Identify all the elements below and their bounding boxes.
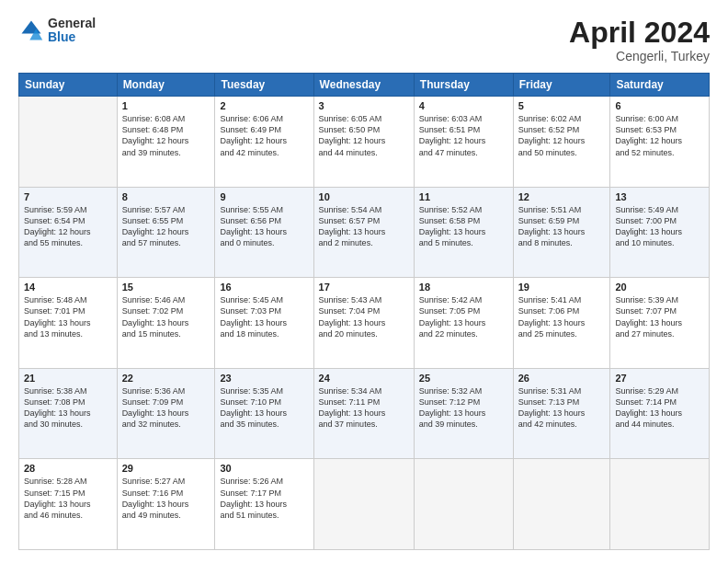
logo-text: General Blue <box>48 17 96 45</box>
cell-date: 16 <box>220 282 308 293</box>
cell-date: 23 <box>220 373 308 384</box>
table-cell: 6Sunrise: 6:00 AM Sunset: 6:53 PM Daylig… <box>610 97 710 188</box>
table-cell <box>513 459 610 550</box>
cell-info: Sunrise: 5:54 AM Sunset: 6:57 PM Dayligh… <box>319 204 409 249</box>
table-cell: 19Sunrise: 5:41 AM Sunset: 7:06 PM Dayli… <box>513 278 610 369</box>
cell-info: Sunrise: 5:48 AM Sunset: 7:01 PM Dayligh… <box>24 294 112 339</box>
cell-info: Sunrise: 5:36 AM Sunset: 7:09 PM Dayligh… <box>122 385 210 431</box>
cell-info: Sunrise: 5:52 AM Sunset: 6:58 PM Dayligh… <box>419 204 508 249</box>
cell-info: Sunrise: 5:26 AM Sunset: 7:17 PM Dayligh… <box>220 476 308 521</box>
cell-date: 27 <box>615 373 704 384</box>
logo: General Blue <box>18 17 96 45</box>
cell-info: Sunrise: 5:38 AM Sunset: 7:08 PM Dayligh… <box>24 385 112 431</box>
table-cell <box>610 459 710 550</box>
table-cell: 18Sunrise: 5:42 AM Sunset: 7:05 PM Dayli… <box>414 278 513 369</box>
cell-info: Sunrise: 5:49 AM Sunset: 7:00 PM Dayligh… <box>615 204 704 249</box>
table-cell: 22Sunrise: 5:36 AM Sunset: 7:09 PM Dayli… <box>117 368 215 459</box>
logo-general: General <box>48 17 96 30</box>
cell-date: 20 <box>615 282 704 293</box>
table-cell: 23Sunrise: 5:35 AM Sunset: 7:10 PM Dayli… <box>215 368 313 459</box>
table-cell: 1Sunrise: 6:08 AM Sunset: 6:48 PM Daylig… <box>117 97 215 188</box>
cell-date: 7 <box>24 191 112 202</box>
table-row: 28Sunrise: 5:28 AM Sunset: 7:15 PM Dayli… <box>19 459 710 550</box>
cell-info: Sunrise: 5:35 AM Sunset: 7:10 PM Dayligh… <box>220 385 308 431</box>
title-section: April 2024 Cengerli, Turkey <box>569 17 710 63</box>
cell-info: Sunrise: 5:43 AM Sunset: 7:04 PM Dayligh… <box>319 294 409 339</box>
table-cell: 29Sunrise: 5:27 AM Sunset: 7:16 PM Dayli… <box>117 459 215 550</box>
cell-date: 11 <box>419 191 508 202</box>
cell-date: 19 <box>518 282 606 293</box>
cell-date: 13 <box>615 191 704 202</box>
table-cell: 11Sunrise: 5:52 AM Sunset: 6:58 PM Dayli… <box>414 187 513 278</box>
col-friday: Friday <box>513 74 610 97</box>
table-cell <box>414 459 513 550</box>
table-cell: 30Sunrise: 5:26 AM Sunset: 7:17 PM Dayli… <box>215 459 313 550</box>
table-cell: 4Sunrise: 6:03 AM Sunset: 6:51 PM Daylig… <box>414 97 513 188</box>
table-cell: 21Sunrise: 5:38 AM Sunset: 7:08 PM Dayli… <box>19 368 118 459</box>
cell-date: 6 <box>615 100 704 111</box>
cell-date: 4 <box>419 100 508 111</box>
cell-date: 29 <box>122 463 210 474</box>
table-cell: 2Sunrise: 6:06 AM Sunset: 6:49 PM Daylig… <box>215 97 313 188</box>
cell-info: Sunrise: 5:29 AM Sunset: 7:14 PM Dayligh… <box>615 385 704 431</box>
header-row: Sunday Monday Tuesday Wednesday Thursday… <box>19 74 710 97</box>
table-row: 21Sunrise: 5:38 AM Sunset: 7:08 PM Dayli… <box>19 368 710 459</box>
cell-info: Sunrise: 6:05 AM Sunset: 6:50 PM Dayligh… <box>319 113 409 158</box>
cell-date: 26 <box>518 373 606 384</box>
cell-info: Sunrise: 5:28 AM Sunset: 7:15 PM Dayligh… <box>24 476 112 521</box>
cell-info: Sunrise: 5:55 AM Sunset: 6:56 PM Dayligh… <box>220 204 308 249</box>
table-cell: 14Sunrise: 5:48 AM Sunset: 7:01 PM Dayli… <box>19 278 118 369</box>
cell-info: Sunrise: 6:03 AM Sunset: 6:51 PM Dayligh… <box>419 113 508 158</box>
table-cell: 3Sunrise: 6:05 AM Sunset: 6:50 PM Daylig… <box>313 97 414 188</box>
cell-info: Sunrise: 5:42 AM Sunset: 7:05 PM Dayligh… <box>419 294 508 339</box>
cell-info: Sunrise: 5:41 AM Sunset: 7:06 PM Dayligh… <box>518 294 606 339</box>
table-cell: 8Sunrise: 5:57 AM Sunset: 6:55 PM Daylig… <box>117 187 215 278</box>
table-cell: 24Sunrise: 5:34 AM Sunset: 7:11 PM Dayli… <box>313 368 414 459</box>
col-saturday: Saturday <box>610 74 710 97</box>
cell-info: Sunrise: 6:06 AM Sunset: 6:49 PM Dayligh… <box>220 113 308 158</box>
cell-date: 25 <box>419 373 508 384</box>
cell-date: 30 <box>220 463 308 474</box>
cell-info: Sunrise: 5:39 AM Sunset: 7:07 PM Dayligh… <box>615 294 704 339</box>
calendar-table: Sunday Monday Tuesday Wednesday Thursday… <box>18 73 710 550</box>
cell-date: 22 <box>122 373 210 384</box>
cell-info: Sunrise: 5:46 AM Sunset: 7:02 PM Dayligh… <box>122 294 210 339</box>
logo-blue: Blue <box>48 30 96 44</box>
cell-info: Sunrise: 5:45 AM Sunset: 7:03 PM Dayligh… <box>220 294 308 339</box>
cell-date: 14 <box>24 282 112 293</box>
cell-date: 17 <box>319 282 409 293</box>
table-cell <box>313 459 414 550</box>
table-row: 7Sunrise: 5:59 AM Sunset: 6:54 PM Daylig… <box>19 187 710 278</box>
cell-date: 10 <box>319 191 409 202</box>
col-monday: Monday <box>117 74 215 97</box>
table-cell: 26Sunrise: 5:31 AM Sunset: 7:13 PM Dayli… <box>513 368 610 459</box>
cell-date: 9 <box>220 191 308 202</box>
col-wednesday: Wednesday <box>313 74 414 97</box>
col-thursday: Thursday <box>414 74 513 97</box>
cell-date: 24 <box>319 373 409 384</box>
svg-marker-0 <box>22 21 41 34</box>
table-cell: 25Sunrise: 5:32 AM Sunset: 7:12 PM Dayli… <box>414 368 513 459</box>
cell-info: Sunrise: 5:51 AM Sunset: 6:59 PM Dayligh… <box>518 204 606 249</box>
cell-date: 12 <box>518 191 606 202</box>
cell-date: 15 <box>122 282 210 293</box>
table-cell: 12Sunrise: 5:51 AM Sunset: 6:59 PM Dayli… <box>513 187 610 278</box>
cell-date: 18 <box>419 282 508 293</box>
title-month: April 2024 <box>569 17 710 49</box>
table-cell: 7Sunrise: 5:59 AM Sunset: 6:54 PM Daylig… <box>19 187 118 278</box>
table-row: 1Sunrise: 6:08 AM Sunset: 6:48 PM Daylig… <box>19 97 710 188</box>
cell-date: 2 <box>220 100 308 111</box>
cell-date: 1 <box>122 100 210 111</box>
cell-date: 28 <box>24 463 112 474</box>
cell-info: Sunrise: 5:27 AM Sunset: 7:16 PM Dayligh… <box>122 476 210 521</box>
cell-date: 3 <box>319 100 409 111</box>
cell-date: 21 <box>24 373 112 384</box>
cell-info: Sunrise: 5:34 AM Sunset: 7:11 PM Dayligh… <box>319 385 409 431</box>
table-cell: 28Sunrise: 5:28 AM Sunset: 7:15 PM Dayli… <box>19 459 118 550</box>
logo-icon <box>18 17 44 43</box>
col-tuesday: Tuesday <box>215 74 313 97</box>
cell-info: Sunrise: 6:02 AM Sunset: 6:52 PM Dayligh… <box>518 113 606 158</box>
col-sunday: Sunday <box>19 74 118 97</box>
cell-date: 5 <box>518 100 606 111</box>
table-cell: 20Sunrise: 5:39 AM Sunset: 7:07 PM Dayli… <box>610 278 710 369</box>
